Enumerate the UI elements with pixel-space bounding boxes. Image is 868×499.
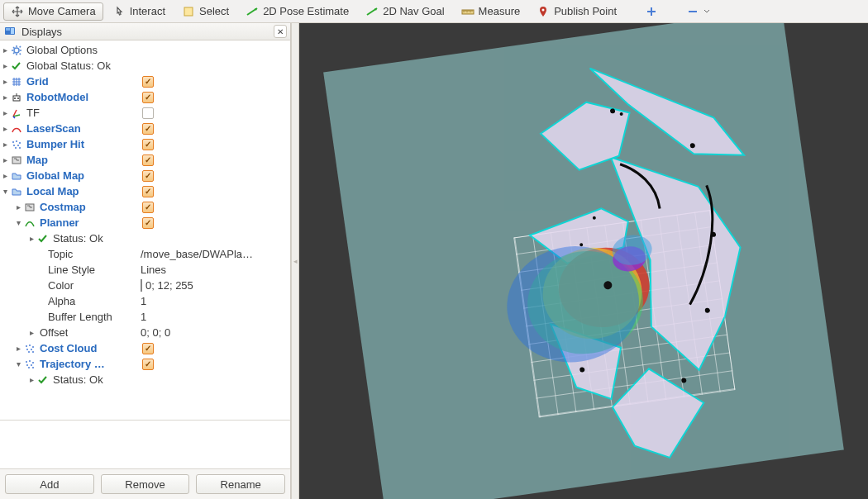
tree-item-map[interactable]: ▸ Map [0,152,48,168]
visibility-checkbox[interactable] [142,202,154,213]
svg-point-23 [31,349,32,350]
expander-icon[interactable]: ▸ [13,344,23,353]
visibility-checkbox[interactable] [142,107,154,119]
measure-button[interactable]: Measure [454,2,528,21]
svg-point-22 [26,349,28,350]
visibility-checkbox[interactable] [142,92,154,103]
svg-point-19 [26,345,27,347]
tree-item-global-status[interactable]: ▸ Global Status: Ok [0,58,290,74]
tree-item-label: Status: Ok [50,373,103,386]
tree-item-robotmodel[interactable]: ▸ RobotModel [0,89,88,105]
tree-item-planner-status[interactable]: ▸ Status: Ok [0,230,290,246]
check-icon [36,373,50,387]
panel-button-row: Add Remove Rename [0,469,290,499]
svg-point-30 [31,364,32,366]
laserscan-icon [10,122,23,135]
tree-item-tf[interactable]: ▸ TF [0,105,40,121]
tree-item-costmap[interactable]: ▸ Costmap [0,199,86,215]
expander-icon[interactable]: ▾ [13,218,23,227]
svg-point-32 [32,367,34,368]
visibility-checkbox[interactable] [142,170,154,182]
expander-icon[interactable]: ▸ [0,45,10,55]
expander-icon[interactable]: ▸ [26,328,36,337]
prop-value[interactable]: /move_base/DWAPla… [139,248,290,260]
pose-estimate-button[interactable]: 2D Pose Estimate [238,2,356,21]
pointcloud-icon [23,342,36,355]
tree-item-laserscan[interactable]: ▸ LaserScan [0,121,81,136]
visibility-checkbox[interactable] [142,359,154,370]
tree-item-bumper[interactable]: ▸ Bumper Hit [0,136,84,152]
expander-icon[interactable]: ▸ [0,171,10,180]
tree-item-label: Costmap [36,201,86,213]
prop-value[interactable]: 1 [139,295,290,307]
visibility-checkbox[interactable] [142,217,154,229]
visibility-checkbox[interactable] [142,154,154,166]
svg-point-21 [32,346,34,348]
3d-viewport[interactable] [299,23,868,499]
expander-icon[interactable]: ▾ [13,359,23,368]
prop-value[interactable]: 1 [139,311,290,323]
map-background [323,23,844,499]
svg-point-2 [542,8,545,11]
add-tool-button[interactable] [637,2,665,21]
visibility-checkbox[interactable] [142,343,154,354]
expander-icon[interactable]: ▸ [0,77,10,86]
rename-button[interactable]: Rename [196,474,285,494]
prop-buffer-length[interactable]: Buffer Length 1 [0,309,290,325]
tree-item-trajectory-status[interactable]: ▸ Status: Ok [0,372,290,387]
expander-icon[interactable]: ▸ [0,140,10,149]
tree-item-planner[interactable]: ▾ Planner [0,215,79,230]
panel-splitter[interactable]: ◂ [291,23,299,499]
tree-item-label: Status: Ok [50,232,103,245]
measure-label: Measure [479,5,521,17]
panel-close-button[interactable]: ✕ [274,25,287,38]
prop-offset[interactable]: ▸ Offset 0; 0; 0 [0,325,290,340]
expander-icon[interactable]: ▸ [0,108,10,117]
expander-icon[interactable]: ▸ [13,202,23,211]
tree-item-label: TF [23,107,40,119]
expander-icon[interactable]: ▸ [0,124,10,133]
add-button[interactable]: Add [5,474,94,494]
prop-alpha[interactable]: Alpha 1 [0,293,290,309]
move-camera-label: Move Camera [28,5,96,17]
visibility-checkbox[interactable] [142,139,154,150]
displays-tree[interactable]: ▸ Global Options ▸ Global Status: Ok ▸ G… [0,40,290,420]
svg-point-38 [681,378,687,383]
tree-item-global-options[interactable]: ▸ Global Options [0,42,290,58]
prop-value[interactable]: 0; 12; 255 [139,279,290,292]
visibility-checkbox[interactable] [142,76,154,88]
interact-button[interactable]: Interact [105,2,173,21]
publish-point-button[interactable]: Publish Point [529,2,624,21]
svg-point-11 [16,140,17,142]
svg-point-15 [15,147,17,149]
expander-icon[interactable]: ▸ [0,155,10,164]
remove-tool-button[interactable] [679,2,718,21]
tree-item-cost-cloud[interactable]: ▸ Cost Cloud [0,340,97,356]
prop-value[interactable]: Lines [139,264,290,276]
nav-goal-button[interactable]: 2D Nav Goal [358,2,451,21]
expander-icon[interactable]: ▸ [26,375,36,384]
move-camera-button[interactable]: Move Camera [3,2,103,21]
tree-item-trajectory[interactable]: ▾ Trajectory … [0,356,105,372]
prop-line-style[interactable]: Line Style Lines [0,262,290,278]
expander-icon[interactable]: ▸ [0,93,10,102]
tree-item-label: Planner [36,216,79,229]
visibility-checkbox[interactable] [142,186,154,197]
displays-icon [3,25,17,38]
tree-item-label: Cost Cloud [36,342,97,354]
visibility-checkbox[interactable] [142,123,154,135]
tree-item-local-map[interactable]: ▾ Local Map [0,183,79,199]
expander-icon[interactable]: ▾ [0,187,10,196]
tree-item-grid[interactable]: ▸ Grid [0,74,49,89]
expander-icon[interactable]: ▸ [26,234,36,243]
select-button[interactable]: Select [174,2,236,21]
prop-color[interactable]: Color 0; 12; 255 [0,278,290,293]
remove-button[interactable]: Remove [101,474,190,494]
pose-estimate-icon [246,5,259,18]
prop-topic[interactable]: Topic /move_base/DWAPla… [0,246,290,262]
prop-name-label: Buffer Length [48,311,112,323]
tree-item-label: Global Map [23,169,84,182]
prop-value[interactable]: 0; 0; 0 [139,326,290,339]
expander-icon[interactable]: ▸ [0,61,10,70]
tree-item-global-map[interactable]: ▸ Global Map [0,168,84,183]
